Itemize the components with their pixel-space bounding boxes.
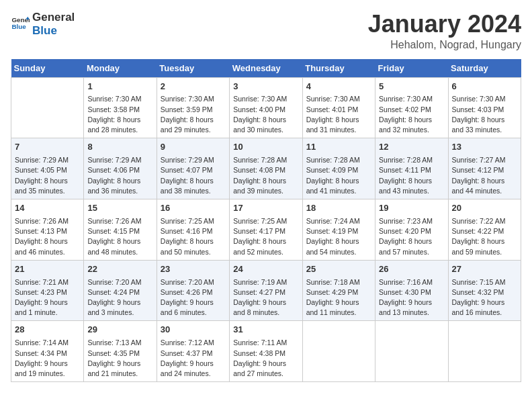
calendar-cell: 29Sunrise: 7:13 AMSunset: 4:35 PMDayligh… xyxy=(84,321,157,382)
sunrise-text: Sunrise: 7:21 AM xyxy=(15,277,80,287)
daylight-text: Daylight: 9 hours and 19 minutes. xyxy=(15,359,80,379)
daylight-text: Daylight: 9 hours and 11 minutes. xyxy=(306,298,371,318)
sunrise-text: Sunrise: 7:27 AM xyxy=(452,155,517,165)
sunset-text: Sunset: 4:24 PM xyxy=(87,287,152,298)
daylight-text: Daylight: 8 hours and 54 minutes. xyxy=(306,236,371,257)
calendar-week-row: 1Sunrise: 7:30 AMSunset: 3:58 PMDaylight… xyxy=(11,77,521,138)
daylight-text: Daylight: 8 hours and 57 minutes. xyxy=(379,236,444,257)
sunset-text: Sunset: 4:03 PM xyxy=(452,105,517,115)
calendar-cell: 31Sunrise: 7:11 AMSunset: 4:38 PMDayligh… xyxy=(230,321,302,382)
calendar-cell: 15Sunrise: 7:26 AMSunset: 4:15 PMDayligh… xyxy=(84,199,157,261)
sunrise-text: Sunrise: 7:12 AM xyxy=(161,338,226,348)
sunset-text: Sunset: 4:00 PM xyxy=(233,105,298,115)
day-number: 30 xyxy=(161,324,226,336)
day-number: 22 xyxy=(87,263,152,276)
day-number: 5 xyxy=(379,81,444,93)
sunset-text: Sunset: 4:12 PM xyxy=(452,165,517,175)
sunrise-text: Sunrise: 7:18 AM xyxy=(306,277,371,287)
daylight-text: Daylight: 9 hours and 1 minute. xyxy=(15,298,80,318)
sunset-text: Sunset: 4:26 PM xyxy=(161,287,226,298)
weekday-header-tuesday: Tuesday xyxy=(157,59,229,78)
svg-text:Blue: Blue xyxy=(11,23,26,30)
sunset-text: Sunset: 4:16 PM xyxy=(161,226,226,236)
weekday-header-saturday: Saturday xyxy=(448,59,521,78)
day-number: 9 xyxy=(161,141,226,154)
daylight-text: Daylight: 8 hours and 33 minutes. xyxy=(452,115,517,135)
daylight-text: Daylight: 8 hours and 29 minutes. xyxy=(161,115,226,135)
daylight-text: Daylight: 8 hours and 39 minutes. xyxy=(233,176,298,196)
sunset-text: Sunset: 4:19 PM xyxy=(306,226,371,236)
sunrise-text: Sunrise: 7:20 AM xyxy=(87,277,152,287)
sunrise-text: Sunrise: 7:20 AM xyxy=(161,277,226,287)
calendar-cell: 30Sunrise: 7:12 AMSunset: 4:37 PMDayligh… xyxy=(157,321,229,382)
weekday-header-friday: Friday xyxy=(375,59,448,78)
calendar-week-row: 28Sunrise: 7:14 AMSunset: 4:34 PMDayligh… xyxy=(11,321,521,382)
day-number: 19 xyxy=(379,202,444,215)
calendar-cell xyxy=(11,77,84,138)
calendar-cell: 4Sunrise: 7:30 AMSunset: 4:01 PMDaylight… xyxy=(302,77,375,138)
sunrise-text: Sunrise: 7:22 AM xyxy=(452,216,517,226)
sunrise-text: Sunrise: 7:29 AM xyxy=(87,155,152,165)
day-number: 21 xyxy=(15,263,80,276)
sunset-text: Sunset: 4:08 PM xyxy=(233,165,298,175)
day-number: 16 xyxy=(161,202,226,215)
weekday-header-row: SundayMondayTuesdayWednesdayThursdayFrid… xyxy=(11,59,521,78)
sunrise-text: Sunrise: 7:24 AM xyxy=(306,216,371,226)
day-number: 8 xyxy=(87,141,152,154)
daylight-text: Daylight: 8 hours and 50 minutes. xyxy=(161,236,226,257)
daylight-text: Daylight: 8 hours and 52 minutes. xyxy=(233,236,298,257)
day-number: 13 xyxy=(452,141,517,154)
sunrise-text: Sunrise: 7:30 AM xyxy=(161,94,226,104)
calendar-week-row: 21Sunrise: 7:21 AMSunset: 4:23 PMDayligh… xyxy=(11,260,521,321)
sunset-text: Sunset: 4:02 PM xyxy=(379,105,444,115)
day-number: 3 xyxy=(233,81,298,93)
sunset-text: Sunset: 4:05 PM xyxy=(15,165,80,175)
calendar-cell: 12Sunrise: 7:28 AMSunset: 4:11 PMDayligh… xyxy=(375,138,448,199)
calendar-cell: 21Sunrise: 7:21 AMSunset: 4:23 PMDayligh… xyxy=(11,260,84,321)
sunrise-text: Sunrise: 7:26 AM xyxy=(15,216,80,226)
sunrise-text: Sunrise: 7:30 AM xyxy=(233,94,298,104)
day-number: 12 xyxy=(379,141,444,154)
day-number: 17 xyxy=(233,202,298,215)
calendar-cell: 26Sunrise: 7:16 AMSunset: 4:30 PMDayligh… xyxy=(375,260,448,321)
sunset-text: Sunset: 4:23 PM xyxy=(15,287,80,298)
logo-general-text: General xyxy=(32,11,75,24)
daylight-text: Daylight: 8 hours and 41 minutes. xyxy=(306,176,371,196)
logo-blue-text: Blue xyxy=(32,24,75,38)
day-number: 7 xyxy=(15,141,80,154)
day-number: 14 xyxy=(15,202,80,215)
daylight-text: Daylight: 9 hours and 16 minutes. xyxy=(452,298,517,318)
sunrise-text: Sunrise: 7:30 AM xyxy=(379,94,444,104)
daylight-text: Daylight: 9 hours and 8 minutes. xyxy=(233,298,298,318)
day-number: 2 xyxy=(161,81,226,93)
day-number: 6 xyxy=(452,81,517,93)
sunrise-text: Sunrise: 7:15 AM xyxy=(452,277,517,287)
calendar-cell: 10Sunrise: 7:28 AMSunset: 4:08 PMDayligh… xyxy=(230,138,302,199)
calendar-cell: 28Sunrise: 7:14 AMSunset: 4:34 PMDayligh… xyxy=(11,321,84,382)
sunrise-text: Sunrise: 7:29 AM xyxy=(161,155,226,165)
calendar-cell: 22Sunrise: 7:20 AMSunset: 4:24 PMDayligh… xyxy=(84,260,157,321)
sunset-text: Sunset: 4:27 PM xyxy=(233,287,298,298)
sunrise-text: Sunrise: 7:14 AM xyxy=(15,338,80,348)
sunrise-text: Sunrise: 7:23 AM xyxy=(379,216,444,226)
sunset-text: Sunset: 4:32 PM xyxy=(452,287,517,298)
weekday-header-wednesday: Wednesday xyxy=(230,59,302,78)
sunset-text: Sunset: 4:20 PM xyxy=(379,226,444,236)
sunrise-text: Sunrise: 7:28 AM xyxy=(306,155,371,165)
title-block: January 2024 Hehalom, Nograd, Hungary xyxy=(368,11,521,51)
sunset-text: Sunset: 4:37 PM xyxy=(161,349,226,359)
calendar-cell: 11Sunrise: 7:28 AMSunset: 4:09 PMDayligh… xyxy=(302,138,375,199)
daylight-text: Daylight: 8 hours and 36 minutes. xyxy=(87,176,152,196)
calendar-cell xyxy=(302,321,375,382)
sunset-text: Sunset: 4:38 PM xyxy=(233,349,298,359)
sunrise-text: Sunrise: 7:19 AM xyxy=(233,277,298,287)
calendar-cell: 16Sunrise: 7:25 AMSunset: 4:16 PMDayligh… xyxy=(157,199,229,261)
day-number: 25 xyxy=(306,263,371,276)
day-number: 4 xyxy=(306,81,371,93)
day-number: 24 xyxy=(233,263,298,276)
sunset-text: Sunset: 4:13 PM xyxy=(15,226,80,236)
calendar-cell: 3Sunrise: 7:30 AMSunset: 4:00 PMDaylight… xyxy=(230,77,302,138)
day-number: 31 xyxy=(233,324,298,336)
calendar-cell: 23Sunrise: 7:20 AMSunset: 4:26 PMDayligh… xyxy=(157,260,229,321)
day-number: 15 xyxy=(87,202,152,215)
